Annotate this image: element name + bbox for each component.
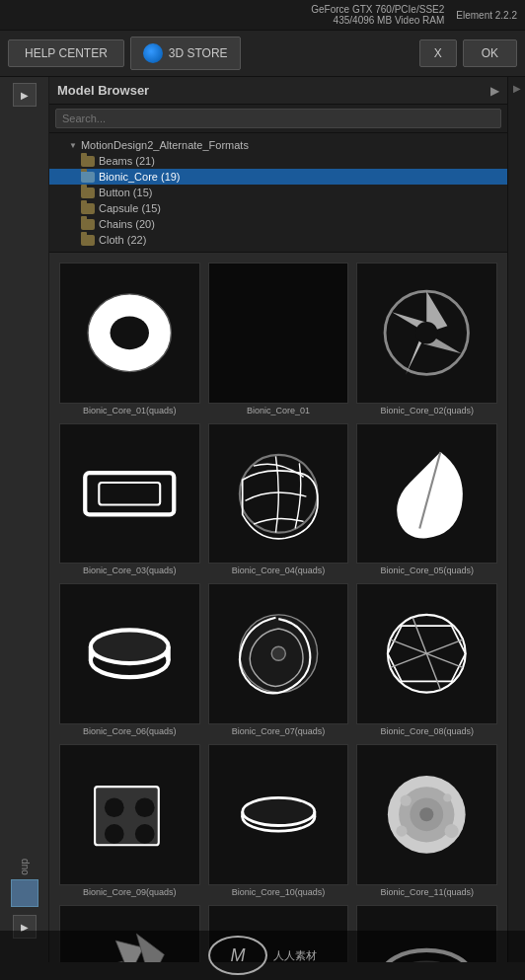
item-label-9: Bionic_Core_08(quads) (380, 726, 474, 736)
tree-item-beams[interactable]: Beams (21) (49, 153, 507, 169)
svg-point-18 (135, 824, 155, 844)
item-label-6: Bionic_Core_05(quads) (380, 565, 474, 575)
svg-point-15 (105, 797, 124, 817)
browser-expand-right[interactable]: ▶ (490, 84, 499, 98)
left-collapse-button[interactable]: ▶ (13, 83, 37, 107)
grid-item-4[interactable]: Bionic_Core_03(quads) (57, 421, 202, 578)
grid-item-5[interactable]: Bionic_Core_04(quads) (206, 421, 351, 578)
search-bar (49, 105, 507, 133)
svg-point-1 (111, 316, 149, 349)
item-thumb-5 (208, 423, 349, 565)
gpu-info: GeForce GTX 760/PCIe/SSE2 435/4096 MB Vi… (8, 4, 444, 26)
item-label-5: Bionic_Core_04(quads) (232, 565, 326, 575)
grid-item-11[interactable]: Bionic_Core_10(quads) (206, 742, 351, 899)
item-label-7: Bionic_Core_06(quads) (83, 726, 177, 736)
tree-arrow-motiondesign: ▼ (69, 141, 77, 150)
item-thumb-2 (208, 263, 349, 404)
search-input[interactable] (55, 109, 501, 128)
grid-item-9[interactable]: Bionic_Core_08(quads) (354, 581, 499, 738)
tree-item-cloth[interactable]: Cloth (22) (49, 232, 507, 248)
svg-point-29 (445, 824, 459, 838)
browser-panel: Model Browser ▶ ▼ MotionDesign2_Alternat… (49, 77, 507, 962)
main-layout: ▶ oup ▶ Model Browser ▶ ▼ MotionDesign2_… (0, 77, 525, 962)
element-badge: Element 2.2.2 (456, 10, 517, 21)
tree-label-motiondesign: MotionDesign2_Alternate_Formats (81, 139, 249, 151)
grid-item-1[interactable]: Bionic_Core_01(quads) (57, 261, 202, 417)
grid-item-6[interactable]: Bionic_Core_05(quads) (354, 421, 499, 578)
thumb-svg-1 (74, 277, 186, 389)
svg-point-8 (91, 631, 169, 664)
item-thumb-3 (356, 263, 497, 404)
folder-icon-chains (81, 219, 95, 230)
thumb-svg-12 (371, 759, 483, 870)
grid-item-8[interactable]: Bionic_Core_07(quads) (206, 581, 351, 738)
folder-icon-beams (81, 156, 95, 167)
tree-item-chains[interactable]: Chains (20) (49, 216, 507, 232)
folder-icon-capsule (81, 203, 95, 214)
thumb-svg-5 (223, 438, 335, 550)
thumb-svg-4 (74, 438, 186, 550)
item-thumb-4 (59, 423, 200, 565)
item-thumb-6 (356, 423, 497, 565)
item-thumb-8 (208, 583, 349, 724)
svg-point-12 (271, 647, 285, 661)
grid-panel[interactable]: Bionic_Core_01(quads) Bionic_Core_01 (49, 253, 507, 962)
thumb-svg-10 (74, 759, 186, 870)
thumb-svg-7 (74, 598, 186, 710)
thumb-svg-8 (223, 598, 335, 710)
tree-panel: ▼ MotionDesign2_Alternate_Formats Beams … (49, 133, 507, 253)
x-button[interactable]: X (419, 39, 457, 67)
tree-item-capsule[interactable]: Capsule (15) (49, 200, 507, 216)
tree-item-bionic-core[interactable]: Bionic_Core (19) (49, 169, 507, 185)
folder-icon-cloth (81, 235, 95, 246)
grid-item-7[interactable]: Bionic_Core_06(quads) (57, 581, 202, 738)
tree-item-motiondesign[interactable]: ▼ MotionDesign2_Alternate_Formats (49, 137, 507, 153)
svg-point-26 (420, 807, 434, 821)
folder-icon-bionic-core (81, 172, 95, 183)
tree-label-chains: Chains (20) (99, 218, 155, 230)
watermark: M 人人素材 (0, 931, 525, 980)
tree-label-capsule: Capsule (15) (99, 202, 161, 214)
right-expand-button[interactable]: ▶ (507, 77, 525, 962)
item-thumb-12 (356, 744, 497, 885)
item-thumb-10 (59, 744, 200, 885)
tree-label-button: Button (15) (99, 187, 152, 198)
browser-title: Model Browser (57, 83, 149, 98)
grid-item-12[interactable]: Bionic_Core_11(quads) (354, 742, 499, 899)
left-panel: ▶ oup ▶ (0, 77, 49, 962)
3dstore-button[interactable]: 3D STORE (130, 37, 241, 70)
tree-label-bionic-core: Bionic_Core (19) (99, 171, 181, 183)
item-label-12: Bionic_Core_11(quads) (380, 887, 474, 897)
tree-item-button[interactable]: Button (15) (49, 185, 507, 200)
svg-point-3 (415, 322, 438, 344)
grid-item-10[interactable]: Bionic_Core_09(quads) (57, 742, 202, 899)
watermark-symbol: M (208, 936, 267, 975)
svg-point-27 (401, 795, 412, 806)
svg-point-30 (397, 826, 408, 837)
items-grid: Bionic_Core_01(quads) Bionic_Core_01 (57, 261, 499, 962)
svg-point-16 (135, 797, 155, 817)
item-label-4: Bionic_Core_03(quads) (83, 565, 177, 575)
item-label-8: Bionic_Core_07(quads) (232, 726, 326, 736)
item-thumb-1 (59, 263, 200, 404)
top-bar: GeForce GTX 760/PCIe/SSE2 435/4096 MB Vi… (0, 0, 525, 31)
thumb-svg-6 (371, 438, 483, 550)
item-label-10: Bionic_Core_09(quads) (83, 887, 177, 897)
grid-item-2[interactable]: Bionic_Core_01 (206, 261, 351, 417)
item-label-3: Bionic_Core_02(quads) (380, 406, 474, 415)
thumb-svg-9 (371, 598, 483, 710)
globe-icon (143, 43, 163, 63)
help-center-button[interactable]: HELP CENTER (8, 39, 124, 67)
item-thumb-9 (356, 583, 497, 724)
browser-header: Model Browser ▶ (49, 77, 507, 105)
item-label-11: Bionic_Core_10(quads) (232, 887, 326, 897)
grid-item-3[interactable]: Bionic_Core_02(quads) (354, 261, 499, 417)
group-box[interactable] (11, 879, 38, 907)
svg-rect-5 (99, 483, 160, 505)
tree-label-beams: Beams (21) (99, 155, 155, 167)
ok-button[interactable]: OK (463, 39, 517, 67)
watermark-text: 人人素材 (273, 948, 317, 963)
item-label-2: Bionic_Core_01 (247, 406, 310, 415)
svg-point-20 (242, 797, 314, 825)
svg-point-17 (105, 824, 124, 844)
